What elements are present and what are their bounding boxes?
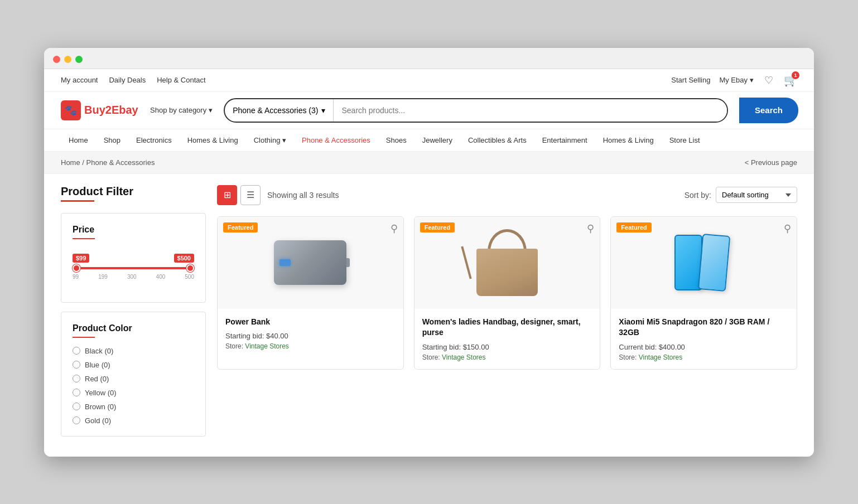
tick-400: 400 (156, 274, 166, 280)
my-ebay-dropdown[interactable]: My Ebay ▾ (719, 76, 754, 84)
sidebar: Product Filter Price $99 $500 (61, 185, 206, 445)
product-card-1[interactable]: Featured ⚲ Power Bank Starting bid: $40.… (217, 216, 404, 370)
products-area: ⊞ ☰ Showing all 3 results Sort by: Defau… (217, 185, 797, 445)
logo-text: Buy2Ebay (84, 104, 138, 117)
color-option-black[interactable]: Black (0) (73, 347, 194, 355)
price-range-fill (75, 267, 191, 269)
daily-deals-link[interactable]: Daily Deals (109, 76, 146, 84)
logo[interactable]: 🐾 Buy2Ebay (61, 100, 139, 120)
color-radio-blue[interactable] (73, 361, 80, 369)
breadcrumb-current: Phone & Accessories (86, 158, 155, 167)
product-image-1: Featured ⚲ (218, 217, 403, 309)
product-name-2: Women's ladies Handbag, designer, smart,… (422, 317, 592, 338)
breadcrumb-home[interactable]: Home (61, 158, 80, 167)
product-bid-3: Current bid: $400.00 (619, 343, 789, 351)
tick-99: 99 (73, 274, 79, 280)
powerbank-image (274, 240, 346, 285)
traffic-light-red[interactable] (53, 56, 60, 63)
sort-select[interactable]: Default sorting Price: Low to High Price… (716, 187, 797, 203)
wishlist-icon-2[interactable]: ⚲ (587, 222, 594, 235)
traffic-light-yellow[interactable] (64, 56, 71, 63)
nav-item-homes-living-2[interactable]: Homes & Living (595, 129, 662, 151)
nav-item-store-list[interactable]: Store List (662, 129, 708, 151)
nav-item-jewellery[interactable]: Jewellery (414, 129, 460, 151)
featured-badge-2: Featured (420, 222, 455, 232)
results-count: Showing all 3 results (267, 191, 339, 200)
price-range-ticks: 99 199 300 400 500 (73, 274, 194, 280)
previous-page-link[interactable]: < Previous page (745, 158, 797, 167)
phone-image (674, 235, 734, 290)
grid-view-button[interactable]: ⊞ (217, 185, 237, 205)
product-name-1: Power Bank (225, 317, 396, 328)
list-view-button[interactable]: ☰ (240, 185, 261, 205)
color-option-blue[interactable]: Blue (0) (73, 361, 194, 369)
color-radio-brown[interactable] (73, 403, 80, 410)
color-radio-yellow[interactable] (73, 389, 80, 396)
color-filter-title: Product Color (73, 323, 194, 333)
price-thumb-max[interactable] (186, 264, 194, 272)
price-filter-title: Price (73, 225, 194, 235)
start-selling-link[interactable]: Start Selling (671, 76, 710, 84)
handbag-image (476, 229, 538, 296)
filter-title: Product Filter (61, 185, 206, 198)
price-underline (73, 238, 95, 239)
cart-icon[interactable]: 🛒 1 (784, 74, 797, 87)
search-button[interactable]: Search (739, 98, 798, 123)
nav-item-homes-living-1[interactable]: Homes & Living (180, 129, 246, 151)
product-info-3: Xiaomi Mi5 Snapdragon 820 / 3GB RAM / 32… (611, 309, 797, 369)
nav-item-clothing[interactable]: Clothing ▾ (246, 129, 294, 151)
chevron-down-icon: ▾ (750, 76, 754, 84)
nav-item-home[interactable]: Home (61, 129, 96, 151)
product-store-1: Store: Vintage Stores (225, 342, 396, 350)
breadcrumb-separator: / (82, 158, 86, 167)
color-option-gold[interactable]: Gold (0) (73, 416, 194, 425)
top-bar: My account Daily Deals Help & Contact St… (44, 69, 814, 92)
wishlist-icon-3[interactable]: ⚲ (784, 222, 791, 235)
nav-item-shop[interactable]: Shop (96, 129, 128, 151)
main-nav: Home Shop Electronics Homes & Living Clo… (44, 129, 814, 152)
filter-title-underline (61, 200, 94, 202)
product-store-2: Store: Vintage Stores (422, 353, 592, 361)
color-option-yellow[interactable]: Yellow (0) (73, 389, 194, 397)
color-option-red[interactable]: Red (0) (73, 375, 194, 383)
price-range: $99 $500 99 199 300 400 500 (73, 248, 194, 291)
search-input[interactable] (334, 99, 726, 122)
dropdown-chevron-icon: ▾ (321, 106, 325, 115)
shop-chevron-icon: ▾ (209, 106, 213, 114)
wishlist-icon[interactable]: ♡ (763, 74, 775, 86)
cart-badge: 1 (792, 71, 799, 79)
product-card-3[interactable]: Featured ⚲ Xiaomi Mi5 Snapdragon 820 / 3… (610, 216, 797, 370)
store-link-2[interactable]: Vintage Stores (442, 353, 486, 361)
nav-item-electronics[interactable]: Electronics (128, 129, 180, 151)
tick-199: 199 (98, 274, 108, 280)
color-options: Black (0) Blue (0) Red (0) Yellow (0) (73, 347, 194, 425)
color-option-brown[interactable]: Brown (0) (73, 403, 194, 411)
product-card-2[interactable]: Featured ⚲ Women's ladies Handbag, desig… (414, 216, 601, 370)
featured-badge-1: Featured (223, 222, 258, 232)
price-labels: $99 $500 (73, 254, 194, 263)
color-radio-red[interactable] (73, 375, 80, 382)
nav-item-collectibles[interactable]: Collectibles & Arts (460, 129, 534, 151)
tick-500: 500 (185, 274, 194, 280)
search-category-dropdown[interactable]: Phone & Accessories (3) ▾ (225, 99, 334, 122)
help-contact-link[interactable]: Help & Contact (157, 76, 205, 84)
nav-item-entertainment[interactable]: Entertainment (534, 129, 595, 151)
nav-item-phone-accessories[interactable]: Phone & Accessories (294, 129, 378, 151)
product-info-2: Women's ladies Handbag, designer, smart,… (414, 309, 600, 369)
my-account-link[interactable]: My account (61, 76, 98, 84)
color-radio-gold[interactable] (73, 416, 80, 424)
price-thumb-min[interactable] (73, 264, 80, 272)
store-link-3[interactable]: Vintage Stores (639, 353, 683, 361)
product-image-3: Featured ⚲ (611, 217, 797, 309)
traffic-light-green[interactable] (75, 56, 83, 63)
nav-item-shoes[interactable]: Shoes (378, 129, 414, 151)
price-filter-section: Price $99 $500 99 199 300 (61, 213, 206, 303)
color-radio-black[interactable] (73, 347, 80, 355)
shop-by-category[interactable]: Shop by category ▾ (150, 106, 213, 114)
logo-icon: 🐾 (61, 100, 81, 120)
wishlist-icon-1[interactable]: ⚲ (391, 222, 398, 235)
product-bid-1: Starting bid: $40.00 (225, 332, 396, 340)
store-link-1[interactable]: Vintage Stores (245, 342, 289, 350)
product-image-2: Featured ⚲ (414, 217, 600, 309)
price-range-track[interactable] (73, 267, 194, 269)
